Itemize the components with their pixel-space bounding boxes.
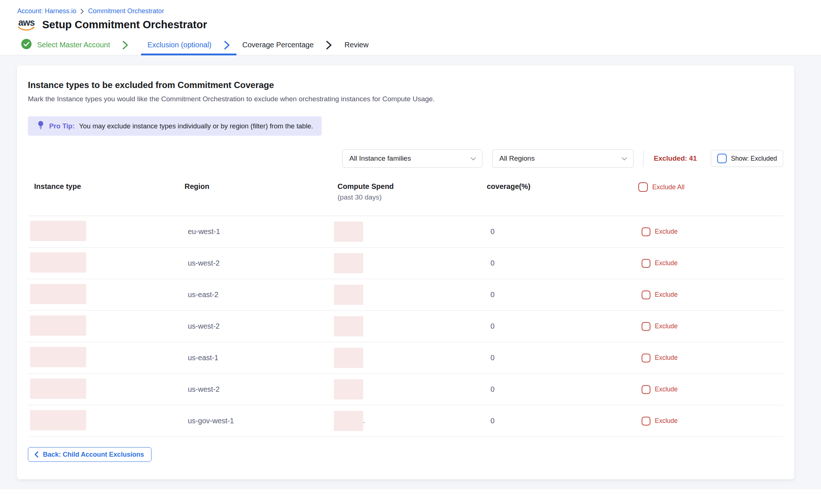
aws-smile-icon: [18, 26, 35, 31]
aws-logo-icon: aws: [17, 18, 36, 31]
coverage-cell: 0: [490, 227, 495, 235]
exclude-checkbox[interactable]: [642, 227, 650, 236]
pro-tip-banner: Pro Tip: You may exclude instance types …: [28, 116, 322, 136]
table-body: eu-west-1 0 Exclude us-west-2 0 Exclude …: [28, 216, 783, 437]
lightbulb-icon: [37, 120, 45, 132]
redacted-compute-spend: [334, 348, 363, 368]
table-row: us-west-2 0 Exclude: [28, 248, 783, 279]
exclude-label: Exclude: [655, 259, 678, 267]
chevron-down-icon: [621, 154, 627, 162]
column-header-region: Region: [185, 182, 334, 191]
exclude-label: Exclude: [655, 228, 678, 235]
table-row: us-east-1 0 Exclude: [28, 342, 783, 374]
panel-subheading: Mark the Instance types you would like t…: [28, 95, 783, 103]
region-cell: us-gov-west-1: [188, 417, 234, 425]
chevron-right-icon: [223, 40, 230, 50]
redacted-instance-type: [30, 284, 86, 304]
chevron-right-icon: [325, 40, 332, 50]
redacted-instance-type: [30, 347, 86, 367]
coverage-cell: 0: [490, 291, 495, 299]
back-button[interactable]: Back: Child Account Exclusions: [28, 447, 152, 462]
excluded-count-badge: Excluded: 41: [654, 154, 697, 162]
step-coverage-percentage[interactable]: Coverage Percentage: [242, 41, 314, 49]
redacted-compute-spend: [334, 285, 363, 305]
column-header-instance-type: Instance type: [28, 182, 185, 191]
exclude-checkbox[interactable]: [642, 322, 650, 331]
redacted-compute-spend: [334, 222, 363, 242]
redacted-instance-type: [30, 315, 86, 336]
table-row: us-gov-west-1 . 0 Exclude: [28, 405, 783, 437]
table-row: us-west-2 0 Exclude: [28, 374, 783, 405]
stepper: Select Master Account Exclusion (optiona…: [0, 35, 821, 55]
trailing-mark: .: [363, 417, 365, 425]
page-title: Setup Commitment Orchestrator: [42, 19, 207, 31]
step-select-master-account[interactable]: Select Master Account: [21, 39, 110, 51]
column-header-coverage: coverage(%): [487, 182, 638, 191]
filter-divider: [643, 150, 643, 167]
exclude-label: Exclude: [655, 354, 678, 362]
exclude-checkbox[interactable]: [642, 354, 650, 362]
redacted-instance-type: [30, 410, 86, 430]
panel-heading: Instance types to be excluded from Commi…: [28, 80, 783, 90]
chevron-right-icon: [122, 40, 128, 50]
redacted-compute-spend: [334, 379, 363, 399]
table-header-row: Instance type Region Compute Spend (past…: [28, 182, 783, 216]
table-row: us-west-2 0 Exclude: [28, 311, 783, 342]
show-excluded-checkbox[interactable]: [717, 154, 727, 163]
coverage-cell: 0: [490, 385, 495, 393]
exclude-all-checkbox[interactable]: [638, 182, 648, 192]
region-cell: us-east-2: [188, 291, 218, 299]
column-header-compute-spend: Compute Spend (past 30 days): [334, 182, 487, 201]
step-exclusion[interactable]: Exclusion (optional): [147, 41, 212, 49]
breadcrumb-page-link[interactable]: Commitment Orchestrator: [88, 7, 164, 15]
breadcrumb: Account: Harness.io Commitment Orchestra…: [17, 7, 821, 15]
region-cell: us-west-2: [188, 385, 220, 393]
breadcrumb-chevron-icon: [80, 8, 84, 14]
pro-tip-text: You may exclude instance types individua…: [79, 122, 313, 130]
coverage-cell: 0: [490, 417, 495, 425]
redacted-compute-spend: [334, 316, 363, 336]
exclude-label: Exclude: [655, 386, 678, 393]
exclude-checkbox[interactable]: [642, 385, 650, 394]
exclude-label: Exclude: [655, 322, 678, 330]
page-header: Account: Harness.io Commitment Orchestra…: [0, 0, 821, 35]
column-header-exclude-all: Exclude All: [638, 182, 783, 192]
panel-card: Instance types to be excluded from Commi…: [17, 65, 794, 479]
check-circle-icon: [21, 39, 32, 51]
region-cell: eu-west-1: [188, 227, 220, 235]
coverage-cell: 0: [490, 322, 495, 330]
region-cell: us-east-1: [188, 354, 218, 362]
table-row: us-east-2 0 Exclude: [28, 279, 783, 311]
coverage-cell: 0: [490, 354, 495, 362]
chevron-down-icon: [470, 154, 476, 162]
compute-spend-subtitle: (past 30 days): [337, 193, 487, 201]
breadcrumb-account-link[interactable]: Account: Harness.io: [17, 7, 76, 15]
region-cell: us-west-2: [188, 322, 220, 330]
redacted-instance-type: [30, 221, 86, 241]
filter-row: All Instance families All Regions Exclud…: [28, 149, 783, 168]
regions-select[interactable]: All Regions: [492, 149, 634, 168]
exclusion-table: Instance type Region Compute Spend (past…: [28, 182, 783, 437]
redacted-instance-type: [30, 252, 86, 273]
pro-tip-label: Pro Tip:: [49, 122, 75, 130]
redacted-instance-type: [30, 379, 86, 399]
show-excluded-toggle[interactable]: Show: Excluded: [711, 150, 784, 167]
redacted-compute-spend: [334, 253, 363, 273]
exclude-checkbox[interactable]: [642, 291, 650, 299]
table-row: eu-west-1 0 Exclude: [28, 216, 783, 248]
region-cell: us-west-2: [188, 259, 220, 267]
exclude-label: Exclude: [655, 417, 678, 425]
exclude-checkbox[interactable]: [642, 417, 650, 426]
instance-families-select[interactable]: All Instance families: [342, 149, 482, 168]
coverage-cell: 0: [490, 259, 495, 267]
exclude-checkbox[interactable]: [642, 259, 650, 268]
chevron-left-icon: [34, 451, 39, 458]
exclude-label: Exclude: [655, 291, 678, 299]
step-review[interactable]: Review: [344, 41, 369, 49]
redacted-compute-spend: [334, 411, 363, 431]
content-area: Instance types to be excluded from Commi…: [0, 55, 821, 489]
